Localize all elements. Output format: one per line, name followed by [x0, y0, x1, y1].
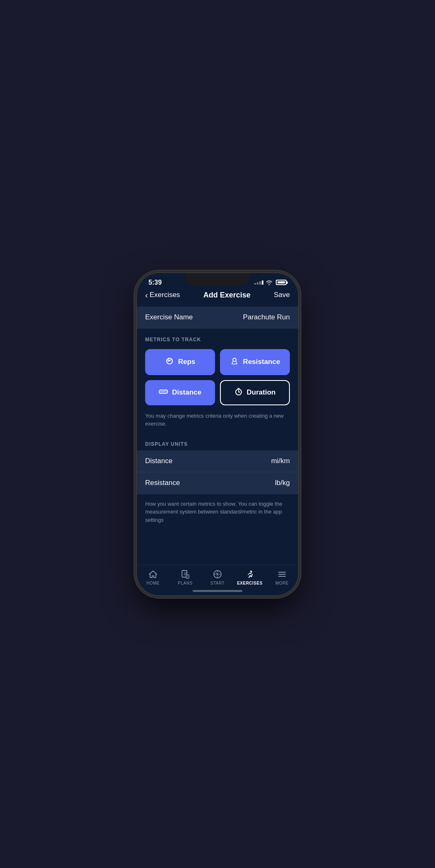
tab-home-label: HOME — [146, 581, 160, 585]
plans-icon — [180, 569, 190, 579]
display-units-hint: How you want certain metrics to show. Yo… — [137, 494, 298, 530]
tab-start-label: START — [210, 581, 225, 585]
reps-button[interactable]: Reps — [145, 349, 215, 375]
distance-units-value: mi/km — [271, 457, 290, 465]
metrics-section: METRICS TO TRACK Reps — [137, 328, 298, 435]
exercises-icon — [245, 569, 255, 579]
status-time: 5:39 — [148, 279, 162, 286]
resistance-icon — [230, 357, 239, 368]
more-icon — [277, 569, 287, 579]
distance-units-row[interactable]: Distance mi/km — [137, 450, 298, 472]
tab-home[interactable]: HOME — [137, 569, 169, 585]
tab-plans[interactable]: PLANS — [169, 569, 201, 585]
wifi-icon — [266, 280, 272, 285]
metrics-grid: Reps Resistance — [145, 349, 290, 405]
home-bar — [193, 590, 242, 592]
duration-button[interactable]: Duration — [220, 380, 290, 405]
home-icon — [148, 569, 158, 579]
svg-point-0 — [233, 358, 236, 361]
metrics-hint: You may change metrics criteria only whe… — [145, 412, 290, 431]
tab-more[interactable]: MORE — [266, 569, 298, 585]
metrics-section-title: METRICS TO TRACK — [145, 337, 290, 342]
resistance-units-label: Resistance — [145, 479, 180, 487]
display-units-section: DISPLAY UNITS Distance mi/km Resistance … — [137, 435, 298, 530]
resistance-units-value: lb/kg — [275, 479, 290, 487]
resistance-button[interactable]: Resistance — [220, 349, 290, 375]
save-button[interactable]: Save — [274, 291, 290, 299]
display-units-title: DISPLAY UNITS — [137, 435, 298, 447]
reps-label: Reps — [178, 358, 196, 366]
duration-icon — [234, 388, 243, 398]
duration-label: Duration — [247, 388, 276, 397]
reps-icon — [165, 357, 174, 368]
svg-rect-12 — [186, 575, 189, 578]
chevron-left-icon: ‹ — [145, 290, 148, 300]
battery-icon — [276, 280, 287, 285]
signal-icon — [254, 281, 263, 285]
tab-more-label: MORE — [275, 581, 289, 585]
start-icon — [213, 569, 222, 579]
page-title: Add Exercise — [203, 291, 251, 300]
exercise-name-row[interactable]: Exercise Name Parachute Run — [137, 307, 298, 328]
resistance-units-row[interactable]: Resistance lb/kg — [137, 472, 298, 494]
back-button[interactable]: ‹ Exercises — [145, 290, 180, 300]
exercise-name-label: Exercise Name — [145, 313, 193, 321]
status-icons — [254, 280, 287, 285]
nav-header: ‹ Exercises Add Exercise Save — [137, 288, 298, 307]
distance-label: Distance — [172, 388, 201, 397]
tab-exercises[interactable]: EXERCISES — [234, 569, 266, 585]
distance-button[interactable]: Distance — [145, 380, 215, 405]
tab-bar: HOME PLANS — [137, 565, 298, 587]
tab-exercises-label: EXERCISES — [237, 581, 263, 585]
home-indicator — [137, 587, 298, 595]
resistance-label: Resistance — [243, 358, 280, 366]
distance-units-label: Distance — [145, 457, 172, 465]
exercise-name-value: Parachute Run — [243, 313, 290, 321]
tab-plans-label: PLANS — [178, 581, 192, 585]
distance-icon — [159, 388, 168, 397]
back-label: Exercises — [150, 291, 180, 299]
tab-start[interactable]: START — [201, 569, 234, 585]
units-rows: Distance mi/km Resistance lb/kg — [137, 450, 298, 494]
